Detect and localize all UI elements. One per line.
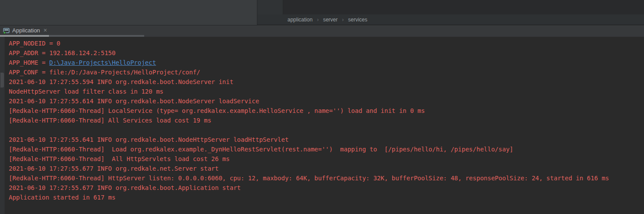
gutter-scrollbar-thumb[interactable] xyxy=(0,73,4,88)
panel-spacer xyxy=(257,0,283,14)
console-line: [Redkale-HTTP:6060-Thread] All HttpServl… xyxy=(9,154,644,164)
editor-panel-right xyxy=(283,0,644,14)
breadcrumb-item-application[interactable]: application xyxy=(287,17,312,23)
run-console-icon xyxy=(3,27,10,34)
console-line xyxy=(9,125,644,135)
tool-window-tab-bar: Application × xyxy=(0,25,644,37)
console-line: APP_ADDR = 192.168.124.2:5150 xyxy=(9,48,644,58)
console-line: Application started in 617 ms xyxy=(9,193,644,202)
console-line: 2021-06-10 17:27:55.677 INFO org.redkale… xyxy=(9,183,644,193)
console-line: NodeHttpServer load filter class in 120 … xyxy=(9,87,644,96)
chevron-right-icon: › xyxy=(342,17,344,23)
console-line: [Redkale-HTTP:6060-Thread] Load org.redk… xyxy=(9,144,644,154)
close-icon[interactable]: × xyxy=(44,27,47,33)
log-text: APP_HOME = xyxy=(9,59,49,66)
log-text: 2021-06-10 17:27:55.677 INFO org.redkale… xyxy=(9,165,218,172)
log-text: 2021-06-10 17:27:55.594 INFO org.redkale… xyxy=(9,78,233,85)
console-line: 2021-06-10 17:27:55.677 INFO org.redkale… xyxy=(9,164,644,173)
log-text: 2021-06-10 17:27:55.677 INFO org.redkale… xyxy=(9,184,241,191)
log-text: 2021-06-10 17:27:55.641 INFO org.redkale… xyxy=(9,136,289,143)
console-line: 2021-06-10 17:27:55.594 INFO org.redkale… xyxy=(9,77,644,87)
running-indicator-dot xyxy=(3,32,6,34)
log-text: [Redkale-HTTP:6060-Thread] All HttpServl… xyxy=(9,155,230,162)
log-text: [Redkale-HTTP:6060-Thread] HttpServer li… xyxy=(9,175,609,182)
log-text: APP_CONF = file:/D:/Java-Projects/HelloP… xyxy=(9,69,200,76)
log-text: Application started in 617 ms xyxy=(9,194,115,201)
ide-window: application › server › services Applicat… xyxy=(0,0,644,214)
console-line: APP_NODEID = 0 xyxy=(9,39,644,48)
editor-panel-empty xyxy=(0,0,257,25)
log-text: 2021-06-10 17:27:55.614 INFO org.redkale… xyxy=(9,98,259,105)
chevron-right-icon: › xyxy=(317,17,319,23)
log-text: [Redkale-HTTP:6060-Thread] All Services … xyxy=(9,117,211,124)
tab-application-label: Application xyxy=(12,27,40,34)
console-line: [Redkale-HTTP:6060-Thread] All Services … xyxy=(9,116,644,125)
console-gutter xyxy=(0,37,5,214)
log-text: APP_ADDR = 192.168.124.2:5150 xyxy=(9,49,115,56)
app-home-link[interactable]: D:\Java-Projects\HelloProject xyxy=(49,59,156,66)
console-line: APP_CONF = file:/D:/Java-Projects/HelloP… xyxy=(9,67,644,77)
console-line: [Redkale-HTTP:6060-Thread] HttpServer li… xyxy=(9,173,644,183)
log-text: [Redkale-HTTP:6060-Thread] LocalService … xyxy=(9,107,425,114)
console-line: [Redkale-HTTP:6060-Thread] LocalService … xyxy=(9,106,644,116)
log-text: [Redkale-HTTP:6060-Thread] Load org.redk… xyxy=(9,146,513,153)
console-log[interactable]: APP_NODEID = 0APP_ADDR = 192.168.124.2:5… xyxy=(9,39,644,202)
breadcrumb: application › server › services xyxy=(257,14,644,25)
console-line: 2021-06-10 17:27:55.614 INFO org.redkale… xyxy=(9,96,644,106)
log-text: NodeHttpServer load filter class in 120 … xyxy=(9,88,163,95)
tab-application[interactable]: Application × xyxy=(0,25,50,35)
console-line: 2021-06-10 17:27:55.641 INFO org.redkale… xyxy=(9,135,644,144)
log-text: APP_NODEID = 0 xyxy=(9,40,60,47)
console-line: APP_HOME = D:\Java-Projects\HelloProject xyxy=(9,58,644,67)
breadcrumb-item-services[interactable]: services xyxy=(348,17,367,23)
breadcrumb-item-server[interactable]: server xyxy=(323,17,337,23)
run-console: APP_NODEID = 0APP_ADDR = 192.168.124.2:5… xyxy=(0,37,644,214)
